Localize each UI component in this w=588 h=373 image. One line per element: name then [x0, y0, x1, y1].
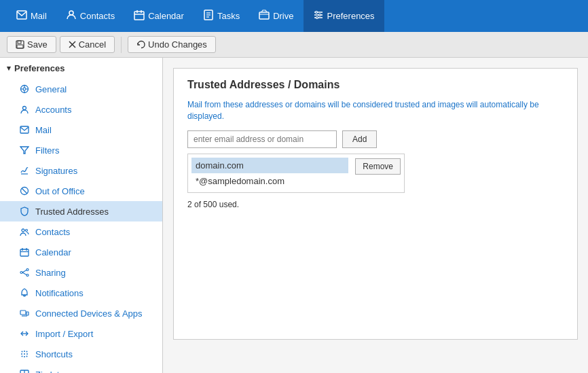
svg-point-35: [26, 230, 28, 232]
svg-point-56: [26, 356, 28, 357]
svg-point-58: [22, 356, 23, 357]
sidebar-item-label: Zimlets: [35, 370, 64, 374]
nav-preferences[interactable]: Preferences: [304, 0, 384, 32]
undo-button[interactable]: Undo Changes: [128, 36, 216, 53]
sidebar-item-label: Sharing: [35, 268, 66, 278]
zimlets-icon: [19, 369, 30, 373]
sidebar-item-trusted-addresses[interactable]: Trusted Addresses: [0, 201, 162, 221]
svg-point-54: [26, 353, 28, 355]
nav-tasks[interactable]: Tasks: [194, 0, 249, 32]
sidebar-item-label: Calendar: [35, 247, 71, 257]
sidebar-item-label: Out of Office: [35, 186, 85, 196]
out-of-office-icon: [19, 185, 30, 196]
svg-point-40: [20, 272, 22, 274]
sidebar-item-label: Trusted Addresses: [35, 207, 109, 217]
svg-point-16: [316, 17, 318, 19]
svg-line-44: [22, 272, 26, 275]
sidebar-item-sharing[interactable]: Sharing: [0, 262, 162, 283]
drive-icon: [259, 10, 270, 22]
svg-rect-46: [20, 310, 26, 315]
general-icon: [19, 84, 30, 94]
sidebar-item-label: Accounts: [35, 105, 71, 115]
sidebar-item-general[interactable]: General: [0, 79, 162, 99]
email-input[interactable]: [187, 130, 337, 148]
sharing-icon: [19, 267, 30, 278]
cancel-label: Cancel: [79, 39, 106, 50]
sidebar-item-filters[interactable]: Filters: [0, 140, 162, 160]
svg-point-53: [21, 353, 22, 355]
shortcuts-icon: [19, 349, 30, 359]
toolbar-divider: [121, 37, 122, 53]
sidebar-item-label: Signatures: [35, 166, 77, 176]
notifications-icon: [19, 287, 30, 298]
sidebar-section-label: Preferences: [14, 63, 65, 73]
sidebar-item-label: Connected Devices & Apps: [35, 308, 143, 319]
sidebar-item-accounts[interactable]: Accounts: [0, 99, 162, 120]
svg-point-15: [318, 14, 320, 16]
import-export-icon: [19, 328, 30, 339]
svg-rect-10: [259, 12, 269, 19]
sidebar-item-mail[interactable]: Mail: [0, 120, 162, 140]
sidebar-item-label: Notifications: [35, 288, 84, 298]
svg-rect-0: [17, 11, 26, 19]
usage-count: 2 of 500 used.: [187, 200, 564, 209]
sidebar-item-label: Shortcuts: [35, 349, 73, 359]
top-navigation: Mail Contacts Calendar Tasks Drive Prefe…: [0, 0, 588, 32]
save-button[interactable]: Save: [7, 36, 56, 53]
signatures-icon: [19, 165, 30, 176]
accounts-icon: [19, 104, 30, 115]
svg-line-43: [22, 270, 26, 273]
sidebar-item-signatures[interactable]: Signatures: [0, 160, 162, 181]
sidebar-item-contacts[interactable]: Contacts: [0, 221, 162, 242]
trusted-entry-1[interactable]: *@sampledomain.com: [191, 173, 348, 189]
sidebar-item-import-export[interactable]: Import / Export: [0, 323, 162, 344]
sidebar-item-notifications[interactable]: Notifications: [0, 283, 162, 303]
sidebar-item-shortcuts[interactable]: Shortcuts: [0, 344, 162, 364]
sidebar-item-calendar[interactable]: Calendar: [0, 242, 162, 262]
panel-title: Trusted Addresses / Domains: [187, 79, 564, 91]
nav-calendar[interactable]: Calendar: [124, 0, 194, 32]
svg-point-52: [24, 356, 25, 357]
save-label: Save: [27, 39, 48, 50]
connected-devices-icon: [19, 308, 30, 319]
sidebar-item-label: Contacts: [35, 227, 70, 237]
toolbar: Save Cancel Undo Changes: [0, 32, 588, 58]
nav-drive[interactable]: Drive: [249, 0, 303, 32]
sidebar-item-connected-devices[interactable]: Connected Devices & Apps: [0, 303, 162, 323]
svg-point-14: [315, 12, 317, 14]
contacts-sidebar-icon: [19, 226, 30, 237]
content-area: Trusted Addresses / Domains Mail from th…: [163, 58, 588, 373]
svg-marker-30: [20, 147, 29, 154]
cancel-button[interactable]: Cancel: [60, 36, 115, 53]
trusted-addresses-panel: Trusted Addresses / Domains Mail from th…: [173, 68, 578, 340]
sidebar-item-zimlets[interactable]: Zimlets: [0, 364, 162, 373]
add-button[interactable]: Add: [342, 130, 377, 148]
panel-description: Mail from these addresses or domains wil…: [187, 99, 564, 122]
nav-contacts[interactable]: Contacts: [56, 0, 124, 32]
filters-icon: [19, 145, 30, 156]
sidebar-item-out-of-office[interactable]: Out of Office: [0, 181, 162, 201]
trusted-entry-0[interactable]: domain.com: [191, 158, 348, 173]
svg-point-51: [24, 351, 25, 352]
sidebar-section-preferences[interactable]: ▾ Preferences: [0, 58, 162, 79]
svg-point-34: [22, 229, 24, 232]
main-layout: ▾ Preferences General Accounts Mail F: [0, 58, 588, 373]
nav-mail[interactable]: Mail: [7, 0, 56, 32]
trusted-icon: [19, 206, 30, 217]
svg-rect-36: [20, 249, 29, 256]
svg-rect-2: [134, 12, 144, 20]
preferences-icon: [313, 10, 324, 22]
remove-col: Remove: [352, 154, 404, 192]
svg-point-57: [26, 351, 28, 353]
contacts-icon: [66, 10, 77, 22]
trusted-list-inner: domain.com *@sampledomain.com Remove: [188, 154, 404, 192]
trusted-list: domain.com *@sampledomain.com Remove: [187, 154, 405, 193]
trusted-entries: domain.com *@sampledomain.com: [188, 154, 352, 192]
svg-rect-47: [26, 312, 29, 315]
undo-label: Undo Changes: [148, 39, 207, 50]
remove-button[interactable]: Remove: [355, 158, 401, 175]
svg-point-22: [23, 88, 26, 90]
svg-point-55: [22, 351, 23, 353]
sidebar-item-label: Import / Export: [35, 329, 93, 339]
sidebar-item-label: General: [35, 84, 67, 94]
